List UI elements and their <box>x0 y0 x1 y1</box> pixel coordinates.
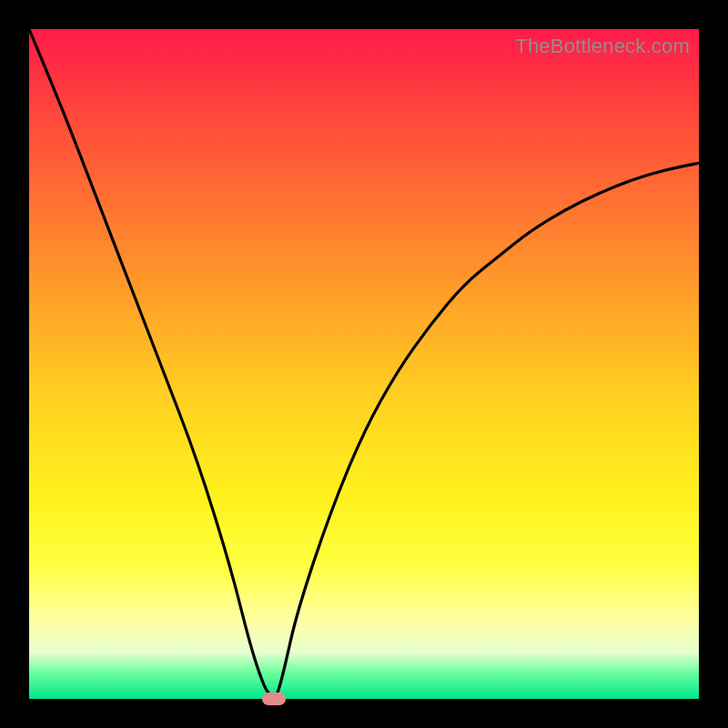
optimum-marker <box>262 693 286 705</box>
plot-area: TheBottleneck.com <box>29 29 699 699</box>
chart-frame: TheBottleneck.com <box>0 0 728 728</box>
bottleneck-curve <box>29 29 699 699</box>
